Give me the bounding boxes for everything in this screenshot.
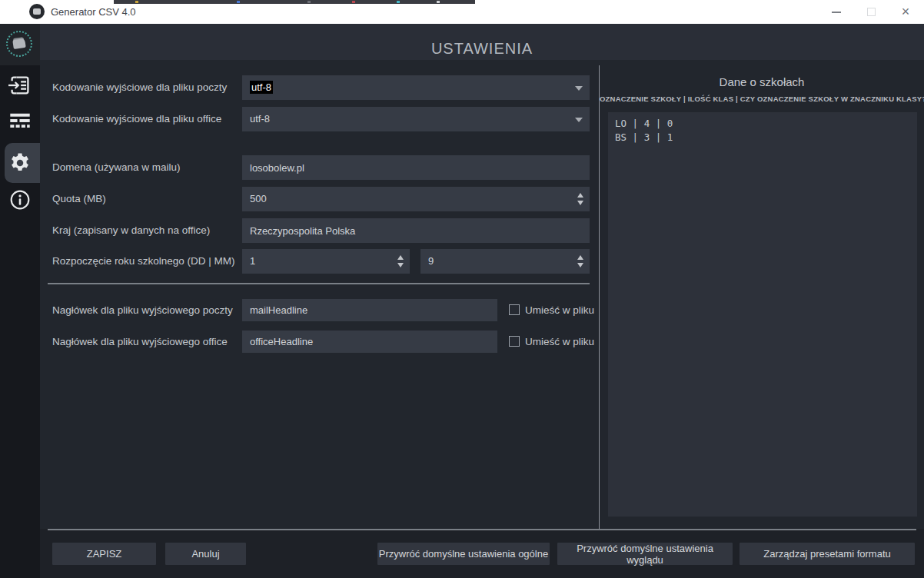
field-label: Nagłówek dla pliku wyjściowego office: [52, 331, 238, 353]
minimize-icon: [832, 12, 841, 13]
form-row-encoding-mail: Kodowanie wyjściowe dla pliku poczty utf…: [40, 75, 632, 100]
office-headline-input[interactable]: [242, 331, 497, 353]
office-headline-checkbox[interactable]: [509, 336, 520, 347]
encoding-office-combobox[interactable]: utf-8: [242, 107, 590, 131]
sidebar-item-format[interactable]: [8, 109, 32, 132]
logo-box: [0, 24, 40, 65]
page-title: USTAWIENIA: [40, 24, 924, 67]
save-button[interactable]: ZAPISZ: [52, 543, 156, 565]
form-row-encoding-office: Kodowanie wyjściowe dla pliku office utf…: [40, 107, 632, 131]
spin-down-icon[interactable]: [577, 263, 583, 267]
sidebar-item-info[interactable]: [9, 189, 31, 211]
footer-divider: [48, 529, 916, 530]
schools-panel-title: Dane o szkołach: [600, 75, 924, 88]
sidebar-item-settings[interactable]: [8, 151, 32, 174]
spin-up-icon[interactable]: [577, 255, 583, 260]
cancel-button[interactable]: Anuluj: [165, 543, 246, 565]
field-label: Quota (MB): [52, 187, 238, 211]
start-month-spinner[interactable]: 9: [420, 249, 590, 274]
format-lines-icon: [8, 109, 32, 132]
schools-panel-subtitle: OZNACZENIE SZKOŁY | ILOŚĆ KLAS | CZY OZN…: [600, 95, 924, 103]
window-title: Generator CSV 4.0: [51, 0, 136, 24]
mail-headline-input[interactable]: [242, 299, 497, 321]
form-row-school-year-start: Rozpoczęcie roku szkolnego (DD | MM) 1 9: [40, 249, 632, 274]
footer: ZAPISZ Anuluj Przywróć domyślne ustawien…: [40, 529, 924, 578]
start-day-spinner[interactable]: 1: [242, 249, 410, 274]
titlebar: Generator CSV 4.0 ×: [0, 0, 924, 24]
info-icon: [9, 189, 31, 211]
sidebar-item-import[interactable]: [8, 74, 32, 97]
chevron-down-icon: [575, 118, 583, 122]
close-button[interactable]: ×: [892, 0, 919, 24]
checkbox-label: Umieść w pliku: [525, 331, 594, 353]
close-icon: ×: [902, 4, 910, 19]
gear-icon: [8, 151, 32, 174]
app-logo-icon: [6, 31, 32, 57]
main-area: USTAWIENIA Kodowanie wyjściowe dla pliku…: [40, 24, 924, 578]
form-row-mail-headline: Nagłówek dla pliku wyjściowego poczty Um…: [40, 299, 632, 321]
spin-down-icon[interactable]: [577, 201, 583, 205]
form-row-country: Kraj (zapisany w danych na office): [40, 218, 632, 243]
chevron-down-icon: [575, 86, 583, 91]
app-icon: [29, 4, 45, 19]
field-label: Rozpoczęcie roku szkolnego (DD | MM): [52, 249, 238, 274]
form-section-divider: [48, 283, 590, 284]
encoding-mail-combobox[interactable]: utf-8: [242, 75, 590, 100]
sidebar: [0, 24, 40, 578]
schools-panel: Dane o szkołach OZNACZENIE SZKOŁY | ILOŚ…: [599, 65, 924, 529]
maximize-icon: [867, 8, 876, 16]
import-icon: [8, 74, 32, 97]
restore-general-defaults-button[interactable]: Przywróć domyślne ustawienia ogólne: [377, 543, 550, 565]
field-label: Nagłówek dla pliku wyjściowego poczty: [52, 299, 238, 321]
mail-headline-checkbox[interactable]: [509, 304, 520, 315]
form-row-office-headline: Nagłówek dla pliku wyjściowego office Um…: [40, 331, 632, 353]
field-label: Kraj (zapisany w danych na office): [52, 218, 238, 243]
spin-up-icon[interactable]: [577, 193, 583, 198]
background-window-artifact: [114, 0, 475, 4]
app-window: Generator CSV 4.0 ×: [0, 0, 924, 578]
schools-textarea[interactable]: LO | 4 | 0 BS | 3 | 1: [608, 112, 917, 517]
manage-format-presets-button[interactable]: Zarządzaj presetami formatu: [740, 543, 915, 565]
maximize-button[interactable]: [858, 0, 884, 24]
restore-appearance-defaults-button[interactable]: Przywróć domyślne ustawienia wyglądu: [557, 543, 733, 565]
selected-text: utf-8: [250, 81, 273, 94]
quota-spinner[interactable]: 500: [242, 187, 590, 211]
form-row-domain: Domena (używana w mailu): [40, 155, 632, 180]
country-input[interactable]: [242, 218, 590, 243]
field-label: Domena (używana w mailu): [52, 155, 238, 180]
field-label: Kodowanie wyjściowe dla pliku poczty: [52, 75, 238, 100]
header: USTAWIENIA: [40, 24, 924, 60]
spin-down-icon[interactable]: [397, 263, 404, 267]
domain-input[interactable]: [242, 155, 590, 180]
minimize-button[interactable]: [823, 0, 849, 24]
checkbox-label: Umieść w pliku: [525, 299, 594, 321]
form-row-quota: Quota (MB) 500: [40, 187, 632, 211]
spin-up-icon[interactable]: [397, 255, 404, 260]
field-label: Kodowanie wyjściowe dla pliku office: [52, 107, 238, 131]
